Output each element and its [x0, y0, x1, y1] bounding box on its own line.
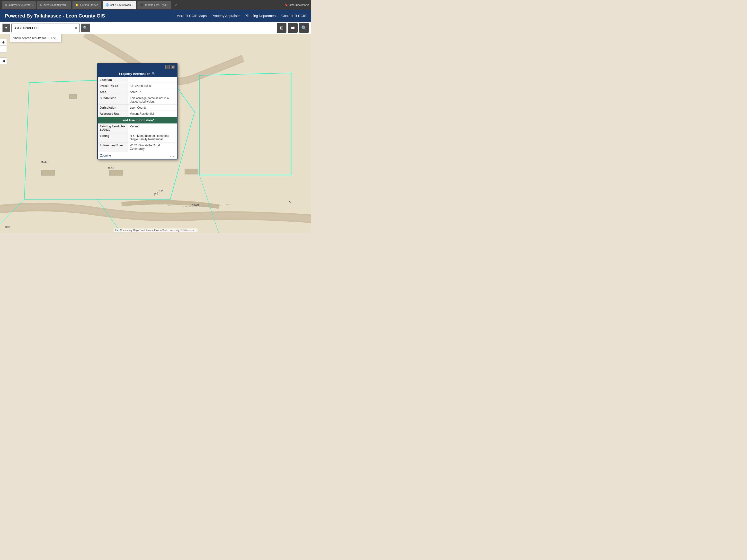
table-row-subdivision: Subdivision This acreage parcel is not i… [98, 95, 177, 105]
nav-planning-dept[interactable]: Planning Department [244, 14, 277, 18]
side-controls: + − ◀ [0, 39, 7, 64]
nav-more-maps[interactable]: More TLCGIS Maps [177, 14, 207, 18]
tab-favicon-getting-started: 🔔 [75, 3, 79, 6]
row-value-location [128, 77, 177, 83]
property-table: Location Parcel Tax ID 3317202080000 Are… [98, 77, 177, 117]
tab-email2[interactable]: ✉ sunnyxl2009@yah... [37, 1, 71, 9]
map-label-10480: 10480 [192, 204, 200, 207]
row-value-zoning: R-5 - Manufactured Home and Single Famil… [128, 133, 177, 142]
info-icon: 🔍 [152, 72, 156, 76]
popup-footer: Zoom to ... [98, 152, 177, 159]
bookmark-icon: 🔖 [284, 3, 288, 6]
land-use-title: Land Use Information* [121, 118, 154, 122]
svg-rect-4 [109, 170, 123, 176]
search-input[interactable] [12, 24, 73, 32]
row-value-parcel-tax-id: 3317202080000 [128, 83, 177, 89]
row-value-future-land-use: WRC - Woodville Rural Community [128, 142, 177, 152]
toolbar-right: ⊞ ⇌ 🔍 [277, 23, 309, 33]
popup-info-header: Property Information 🔍 [98, 71, 177, 77]
chevron-down-icon: ▼ [5, 26, 8, 30]
search-zoom-button[interactable]: 🔍 [299, 23, 309, 33]
row-label-subdivision: Subdivision [98, 95, 128, 105]
tab-favicon-cnt: 🌀 [106, 3, 109, 6]
tab-favicon-email1: ✉ [5, 3, 7, 6]
popup-titlebar: □ ✕ [98, 64, 177, 71]
row-label-assessed-use: Assessed Use [98, 111, 128, 117]
app-title: Powered By Tallahassee - Leon County GIS [5, 13, 169, 19]
row-label-location: Location [98, 77, 128, 83]
map-attribution: Esri Community Maps Contributors, Florid… [113, 229, 198, 232]
popup-minimize-btn[interactable]: □ [165, 65, 170, 69]
svg-rect-5 [41, 170, 55, 176]
row-value-area: Acres +/- [128, 89, 177, 95]
table-row-parcel-tax-id: Parcel Tax ID 3317202080000 [98, 83, 177, 89]
row-label-parcel-tax-id: Parcel Tax ID [98, 83, 128, 89]
row-label-jurisdiction: Jurisdiction [98, 105, 128, 111]
toolbar-left: ▼ ✕ 🔍 [2, 24, 275, 32]
popup-info-title: Property Information [119, 72, 151, 76]
row-value-existing-land-use: Vacant [128, 124, 177, 133]
search-suggestion[interactable]: Show search results for 33172... [10, 34, 61, 42]
tab-email1[interactable]: ✉ sunnyxl2009@yah... [2, 1, 36, 9]
suggestion-text: Show search results for 33172... [13, 36, 58, 40]
toolbar: ▼ ✕ 🔍 Show search results for 33172... ⊞… [0, 22, 311, 34]
grid-icon-button[interactable]: ⊞ [277, 23, 286, 33]
nav-contact[interactable]: Contact TLCGIS [282, 14, 306, 18]
tab-label-email1: sunnyxl2009@yah... [8, 3, 33, 6]
popup-controls: □ ✕ [165, 65, 175, 69]
table-row-area: Area Acres +/- [98, 89, 177, 95]
app-nav: More TLCGIS Maps Property Appraiser Plan… [177, 14, 306, 18]
bookmarks-label: Other bookmarks [289, 3, 309, 6]
tab-cnt[interactable]: 🌀 cnt-4406.000web... [103, 1, 136, 9]
row-label-existing-land-use: Existing Land Use 11/2020 [98, 124, 128, 133]
browser-bar: ✉ sunnyxl2009@yah... ✉ sunnyxl2009@yah..… [0, 0, 311, 10]
tab-label-cnt: cnt-4406.000web... [110, 3, 133, 6]
tab-favicon-email2: ✉ [40, 3, 42, 6]
zoom-in-btn[interactable]: + [0, 39, 7, 46]
app-header: Powered By Tallahassee - Leon County GIS… [0, 10, 311, 22]
row-value-subdivision: This acreage parcel is not in a platted … [128, 95, 177, 105]
row-label-future-land-use: Future Land Use [98, 142, 128, 152]
table-row-zoning: Zoning R-5 - Manufactured Home and Singl… [98, 133, 177, 142]
scale-label: 100ft [5, 226, 10, 229]
popup-land-use-header: Land Use Information* [98, 117, 177, 124]
zoom-to-link[interactable]: Zoom to [100, 154, 111, 157]
search-dropdown-btn[interactable]: ▼ [2, 24, 10, 32]
more-tabs-button[interactable]: > [173, 2, 179, 8]
table-row-jurisdiction: Jurisdiction Leon County [98, 105, 177, 111]
tab-favicon-ideone: ⬛ [140, 3, 144, 6]
svg-rect-3 [69, 94, 77, 99]
tab-ideone[interactable]: ⬛ Ideone.com - ryQ... [137, 1, 171, 9]
map-label-9518: 9518 [108, 166, 114, 169]
tab-label-ideone: Ideone.com - ryQ... [145, 3, 168, 6]
layers-icon-button[interactable]: ⇌ [288, 23, 298, 33]
nav-property-appraiser[interactable]: Property Appraiser [211, 14, 240, 18]
land-use-table: Existing Land Use 11/2020 Vacant Zoning … [98, 124, 177, 152]
scale-bar: 100ft [5, 226, 10, 229]
row-value-assessed-use: Vacant Residential [128, 111, 177, 117]
table-row-location: Location [98, 77, 177, 83]
row-label-zoning: Zoning [98, 133, 128, 142]
row-label-area: Area [98, 89, 128, 95]
table-row-assessed-use: Assessed Use Vacant Residential [98, 111, 177, 117]
table-row-future-land-use: Future Land Use WRC - Woodville Rural Co… [98, 142, 177, 152]
search-clear-btn[interactable]: ✕ [73, 26, 79, 30]
search-input-wrap: ✕ [11, 24, 79, 32]
map-label-9530: 9530 [41, 160, 47, 163]
svg-rect-6 [185, 169, 198, 174]
popup-close-btn[interactable]: ✕ [171, 65, 175, 69]
more-options-btn[interactable]: ... [170, 154, 175, 158]
table-row-existing-land-use: Existing Land Use 11/2020 Vacant [98, 124, 177, 133]
search-button[interactable]: 🔍 [81, 24, 90, 32]
pan-left-btn[interactable]: ◀ [0, 57, 7, 64]
tab-getting-started[interactable]: 🔔 Getting Started [73, 1, 101, 9]
row-value-jurisdiction: Leon County [128, 105, 177, 111]
tab-label-getting-started: Getting Started [80, 3, 98, 6]
map-area[interactable]: 9530 9518 10480 Elgin Rd + − ◀ □ ✕ Prope… [0, 34, 311, 233]
tab-label-email2: sunnyxl2009@yah... [44, 3, 68, 6]
zoom-out-btn[interactable]: − [0, 46, 7, 53]
bookmarks-section[interactable]: 🔖 Other bookmarks [284, 3, 309, 6]
property-info-popup: □ ✕ Property Information 🔍 Location Parc… [97, 63, 178, 159]
